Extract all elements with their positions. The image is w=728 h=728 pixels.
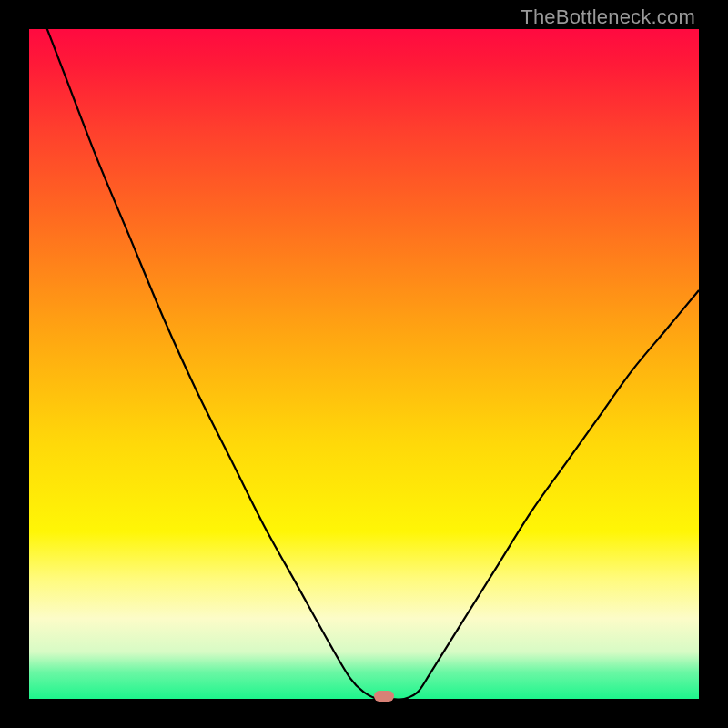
optimum-marker xyxy=(374,691,394,702)
watermark-label: TheBottleneck.com xyxy=(521,5,695,29)
plot-area xyxy=(29,29,699,699)
curve-path xyxy=(29,29,699,699)
bottleneck-curve xyxy=(29,29,699,699)
chart-frame: TheBottleneck.com xyxy=(0,0,728,728)
